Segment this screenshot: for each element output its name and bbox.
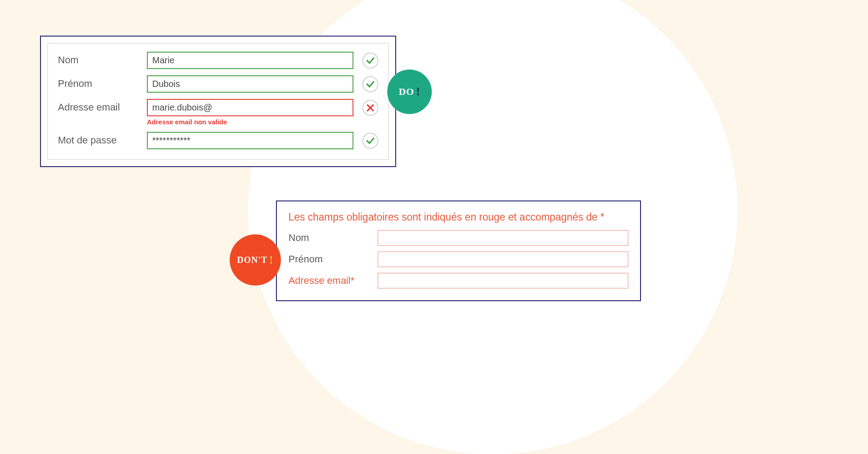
do-badge: DO! — [387, 70, 432, 114]
dont-label-email: Adresse email* — [288, 275, 377, 286]
dont-row-nom: Nom — [288, 230, 629, 246]
dont-label-nom: Nom — [288, 232, 377, 244]
check-icon — [362, 53, 378, 69]
exclamation-icon: ! — [269, 254, 274, 267]
dont-input-nom[interactable] — [377, 230, 629, 246]
do-panel: Nom Prénom Adresse email — [40, 36, 396, 167]
form-row-prenom: Prénom — [58, 75, 378, 93]
cross-icon — [362, 100, 378, 116]
input-prenom[interactable] — [147, 75, 353, 93]
dont-badge: DON'T! — [230, 234, 281, 286]
dont-row-prenom: Prénom — [288, 251, 629, 267]
dont-heading: Les champs obligatoires sont indiqués en… — [288, 209, 629, 225]
stage: Nom Prénom Adresse email — [0, 0, 676, 352]
exclamation-icon: ! — [416, 85, 421, 98]
do-panel-inner: Nom Prénom Adresse email — [47, 43, 389, 160]
dont-row-email: Adresse email* — [288, 273, 629, 289]
input-password[interactable] — [147, 132, 353, 149]
do-badge-text: DO — [399, 86, 414, 98]
dont-label-prenom: Prénom — [288, 254, 377, 265]
input-email[interactable] — [147, 99, 353, 116]
dont-input-prenom[interactable] — [377, 251, 629, 267]
check-icon — [362, 133, 378, 149]
label-nom: Nom — [58, 52, 147, 66]
error-email: Adresse email non valide — [147, 118, 353, 126]
dont-panel: Les champs obligatoires sont indiqués en… — [276, 200, 641, 301]
dont-input-email[interactable] — [377, 273, 629, 289]
form-row-nom: Nom — [58, 52, 378, 69]
form-row-email: Adresse email Adresse email non valide — [58, 99, 378, 126]
label-prenom: Prénom — [58, 75, 147, 90]
check-icon — [362, 76, 378, 92]
dont-badge-text: DON'T — [237, 255, 267, 265]
form-row-password: Mot de passe — [58, 132, 378, 149]
input-nom[interactable] — [147, 52, 353, 69]
label-password: Mot de passe — [58, 132, 147, 146]
label-email: Adresse email — [58, 99, 147, 113]
